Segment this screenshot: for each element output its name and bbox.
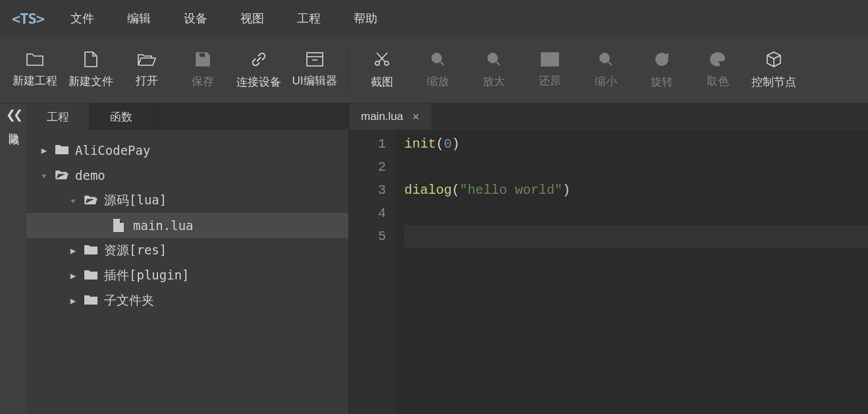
svg-point-3 [432,53,441,63]
chevron-down-icon: ▿ [40,170,49,181]
sidebar-collapse-button[interactable]: ❮❮ 隐藏 [0,104,26,414]
line-number: 2 [349,156,386,179]
code-lines[interactable]: init(0) dialog("hello world") [395,130,868,414]
line-number: 1 [349,133,386,156]
save-icon [195,51,211,67]
svg-rect-5 [541,53,558,66]
menu-project[interactable]: 工程 [290,11,327,26]
line-number: 4 [349,202,386,225]
tree-item-demo[interactable]: ▿ demo [26,163,348,188]
toolbar-rotate[interactable]: 旋转 [634,37,690,103]
magnifier-icon [430,51,446,67]
side-tab-functions[interactable]: 函数 [90,104,153,130]
toolbar-zoom[interactable]: 缩放 [410,37,466,103]
toolbar-pick-color[interactable]: 取色 [690,37,746,103]
tree-item-alicodepay[interactable]: ▶ AliCodePay [26,138,348,163]
code-view[interactable]: 1 2 3 4 5 init(0) dialog("hello world") [349,130,868,414]
toolbar-zoom-in[interactable]: 放大 [466,37,522,103]
folder-icon [55,144,68,157]
menu-file[interactable]: 文件 [64,11,101,26]
toolbar-label: 连接设备 [236,74,281,90]
toolbar-new-project[interactable]: 新建工程 [7,37,63,103]
app-logo: <TS> [12,11,44,27]
toolbar-label: 控制节点 [751,74,796,90]
toolbar-open[interactable]: 打开 [119,37,175,103]
svg-point-10 [713,59,715,61]
zoom-in-icon [486,51,502,67]
tree-item-label: 资源[res] [104,242,167,259]
toolbar-label: 取色 [707,74,729,89]
toolbar-screenshot[interactable]: 截图 [354,37,410,103]
tree-item-label: AliCodePay [75,143,150,158]
toolbar: 新建工程 新建文件 打开 保存 连接设备 UI编辑器 截图 缩放 放大 还原 [0,37,868,103]
layout-icon [306,52,323,67]
editor-tab-label: main.lua [361,110,403,123]
toolbar-label: 还原 [539,73,561,88]
chevron-right-icon: ▶ [40,145,49,156]
zoom-out-icon [598,51,614,67]
file-icon [84,51,97,67]
toolbar-label: 放大 [483,74,505,89]
file-icon [113,219,126,232]
link-icon [250,51,267,68]
open-folder-icon [138,52,156,67]
folder-icon [84,269,97,282]
tree-item-label: main.lua [133,218,194,233]
editor-tab-main-lua[interactable]: main.lua × [349,104,431,130]
code-line[interactable] [404,156,868,179]
one-to-one-icon [541,52,559,67]
toolbar-control-node[interactable]: 控制节点 [746,37,801,103]
folder-icon [84,294,97,307]
side-tabs: 工程 函数 [26,104,348,130]
svg-point-9 [720,55,722,57]
close-icon[interactable]: × [412,110,420,124]
svg-point-7 [713,55,715,57]
code-line[interactable] [404,202,868,225]
line-number: 5 [349,225,386,248]
line-number: 3 [349,179,386,202]
tree-item-source-lua[interactable]: ▿ 源码[lua] [26,188,348,213]
line-number-gutter: 1 2 3 4 5 [349,130,395,414]
tree-item-res[interactable]: ▶ 资源[res] [26,238,348,263]
svg-point-8 [717,54,719,56]
menu-edit[interactable]: 编辑 [121,11,157,26]
toolbar-zoom-out[interactable]: 缩小 [578,37,634,103]
toolbar-connect-device[interactable]: 连接设备 [231,37,286,103]
toolbar-label: 保存 [192,74,214,89]
menu-help[interactable]: 帮助 [347,11,384,26]
menu-view[interactable]: 视图 [234,11,271,26]
toolbar-label: 新建文件 [68,74,113,89]
toolbar-label: 旋转 [651,74,673,90]
toolbar-separator [348,50,348,90]
chevron-right-icon: ▶ [68,245,78,256]
editor-tabs: main.lua × [349,104,868,130]
side-panel: 工程 函数 ▶ AliCodePay ▿ demo ▿ 源码[lua] [26,104,349,414]
svg-rect-0 [307,53,323,66]
scissors-icon [373,51,391,68]
folder-open-icon [55,169,68,182]
toolbar-label: 截图 [371,74,393,90]
tree-item-plugin[interactable]: ▶ 插件[plugin] [26,263,348,288]
toolbar-save[interactable]: 保存 [175,37,231,103]
collapse-label: 隐藏 [7,125,20,127]
side-tab-project[interactable]: 工程 [26,104,90,130]
toolbar-new-file[interactable]: 新建文件 [63,37,119,103]
toolbar-label: 缩放 [427,74,449,89]
toolbar-label: UI编辑器 [292,73,337,88]
code-line[interactable]: init(0) [404,133,868,156]
folder-icon [84,244,97,257]
menubar: <TS> 文件 编辑 设备 视图 工程 帮助 [0,0,868,37]
toolbar-reset-zoom[interactable]: 还原 [522,37,578,103]
toolbar-ui-editor[interactable]: UI编辑器 [286,37,342,103]
menu-device[interactable]: 设备 [177,11,214,26]
folder-icon [26,52,43,67]
tree-item-subfolder[interactable]: ▶ 子文件夹 [26,288,348,313]
toolbar-label: 新建工程 [13,73,57,88]
tree-item-label: demo [75,168,105,183]
chevron-down-icon: ▿ [68,195,78,206]
tree-item-label: 插件[plugin] [104,267,190,284]
cube-icon [765,51,782,68]
tree-item-main-lua[interactable]: main.lua [26,213,348,238]
code-line-current[interactable] [404,225,868,248]
code-line[interactable]: dialog("hello world") [404,179,868,202]
